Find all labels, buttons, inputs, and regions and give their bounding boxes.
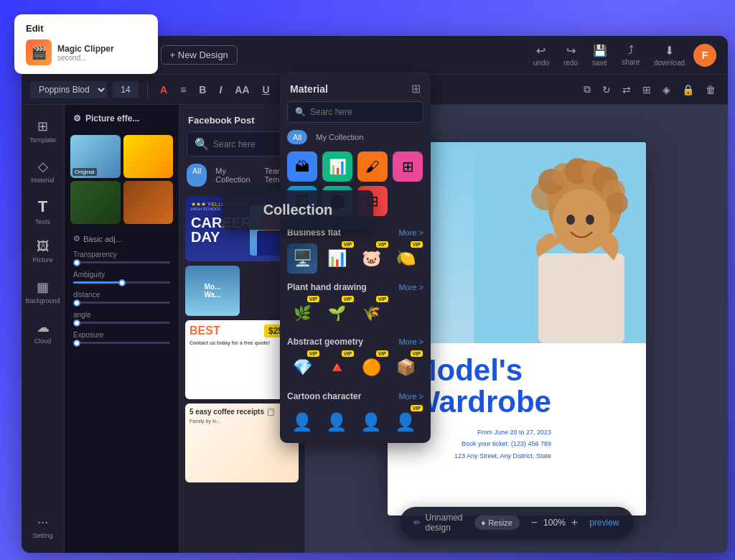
design-name-label[interactable]: Unnamed design [425,513,462,533]
angle-track [73,322,170,324]
arrange-button[interactable]: ◈ [659,82,674,98]
svg-point-10 [607,192,628,214]
model-photo [474,142,646,343]
download-button[interactable]: ⬇ download [654,44,685,67]
lock-button[interactable]: 🔒 [678,82,698,98]
resize-button[interactable]: ♦ Resize [474,515,520,530]
plant-drawing-more[interactable]: More > [398,283,423,291]
font-size-input[interactable] [113,82,139,98]
svg-rect-11 [538,253,624,343]
thumbnail-sunflower[interactable] [123,135,174,178]
mat-icon-mountain[interactable]: 🏔 [287,151,317,182]
mat-icon-brush[interactable]: 🖌 [357,151,388,182]
business-flat-items: 🖥️ 📊VIP 🐷VIP 🍋VIP [287,243,423,274]
mat-char3[interactable]: 👤 [356,407,386,437]
zoom-out-button[interactable]: − [531,516,538,529]
thumbnail-dark[interactable] [70,181,121,224]
delete-button[interactable]: 🗑 [702,82,719,98]
coffee-subtitle: Family by fo... [189,419,294,424]
exposure-slider[interactable]: Exposure [73,331,170,344]
vip-badge-plant2: VIP [342,296,354,302]
mat-plant2-vip[interactable]: 🌱VIP [322,298,352,328]
align-button[interactable]: ≡ [177,82,189,98]
vip-badge-geo2: VIP [342,350,354,357]
mat-char4-vip[interactable]: 👤VIP [390,407,421,437]
cartoon-items: 👤 👤 👤 👤VIP [287,407,423,437]
sidebar-item-setting[interactable]: ··· Setting [24,508,62,546]
sidebar-item-cloud[interactable]: ☁ Cloud [24,313,62,350]
mat-geo2-vip[interactable]: 🔺VIP [322,353,352,383]
business-flat-category: Business flat More > 🖥️ 📊VIP 🐷VIP 🍋VIP [280,225,431,279]
transparency-slider[interactable]: Transparency [73,251,170,263]
material-search-input[interactable] [310,107,416,117]
thumbnail-original[interactable]: Original [70,135,121,178]
mat-plant1-vip[interactable]: 🌿VIP [287,298,317,328]
save-button[interactable]: 💾 save [592,44,607,67]
copy-button[interactable]: ⧉ [580,81,594,98]
preview-label: preview [589,518,619,528]
flip-button[interactable]: ⇄ [619,82,635,98]
material-search-icon: 🔍 [295,107,306,117]
share-button[interactable]: ⤴ share [622,44,640,66]
fb-tab-all[interactable]: All [187,164,207,187]
material-tab-collection[interactable]: My Collection [310,130,369,144]
business-flat-more[interactable]: More > [398,228,423,237]
mat-bee-vip[interactable]: 🍋VIP [390,243,421,274]
text-color-button[interactable]: A [156,82,171,98]
search-icon: 🔍 [195,137,209,151]
collection-text: Collection [234,202,362,218]
abstract-geo-more[interactable]: More > [398,337,423,346]
mat-icon-chart[interactable]: 📊 [322,151,352,182]
mat-geo1-vip[interactable]: 💎VIP [287,353,317,383]
new-design-button[interactable]: + New Design [161,45,238,65]
ambiguity-slider[interactable]: Ambiguity [73,271,170,284]
angle-slider[interactable]: angle [73,311,170,324]
user-avatar[interactable]: F [693,44,716,67]
sidebar-item-picture[interactable]: 🖼 Picture [24,233,62,270]
cartoon-title: Cartoon character [287,391,361,401]
user-initial: F [702,50,708,61]
fb-search-input[interactable] [213,139,289,149]
fb-tab-collection[interactable]: My Collection [210,164,256,187]
bold-button[interactable]: B [195,82,210,98]
italic-button[interactable]: I [215,82,225,98]
redo-button[interactable]: ↪ redo [563,44,578,67]
setting-icon: ··· [37,515,48,530]
mat-pig-vip[interactable]: 🐷VIP [356,243,386,274]
mat-icon-layout[interactable]: ⊞ [393,151,423,182]
transparency-track [73,261,170,263]
underline-button[interactable]: U [259,82,273,98]
sidebar-item-background[interactable]: ▦ Background [24,273,62,310]
mat-geo4-vip[interactable]: 📦VIP [390,353,421,383]
distance-slider[interactable]: distance [73,291,170,304]
mat-chart-vip[interactable]: 📊VIP [322,243,352,274]
uppercase-button[interactable]: AA [231,82,253,98]
mat-geo3-vip[interactable]: 🟠VIP [356,353,386,383]
edit-popup: Edit 🎬 Magic Clipper second... [14,14,158,74]
background-icon: ▦ [37,279,49,295]
basic-adj-title: ⚙ Basic adj... [73,234,170,243]
distance-track [73,302,170,304]
rotate-button[interactable]: ↻ [599,82,614,98]
font-family-select[interactable]: Poppins Blod [30,81,107,98]
mat-monitor[interactable]: 🖥️ [287,243,317,274]
sidebar-item-material[interactable]: ◇ Material [24,152,62,190]
angle-thumb [73,319,80,327]
user-sub: second... [57,54,114,62]
undo-button[interactable]: ↩ undo [533,44,549,67]
transparency-label: Transparency [73,251,170,258]
material-search-box[interactable]: 🔍 [287,101,423,123]
mat-plant3-vip[interactable]: 🌾VIP [356,298,386,328]
thumbnail-coffee[interactable] [123,181,174,224]
material-panel-header: Material ⊞ [280,72,431,101]
zoom-in-button[interactable]: + [571,516,578,529]
mat-char1[interactable]: 👤 [287,407,317,437]
sidebar-item-template[interactable]: ⊞ Template [24,112,62,149]
layers-button[interactable]: ⊞ [639,82,655,98]
material-tab-all[interactable]: All [287,130,307,144]
mat-char2[interactable]: 👤 [322,407,352,437]
preview-button[interactable]: preview [589,518,619,528]
sidebar-item-texts[interactable]: T Texts [24,192,62,230]
template-model[interactable]: Mo...Wa... [185,266,240,316]
cartoon-more[interactable]: More > [398,392,423,401]
